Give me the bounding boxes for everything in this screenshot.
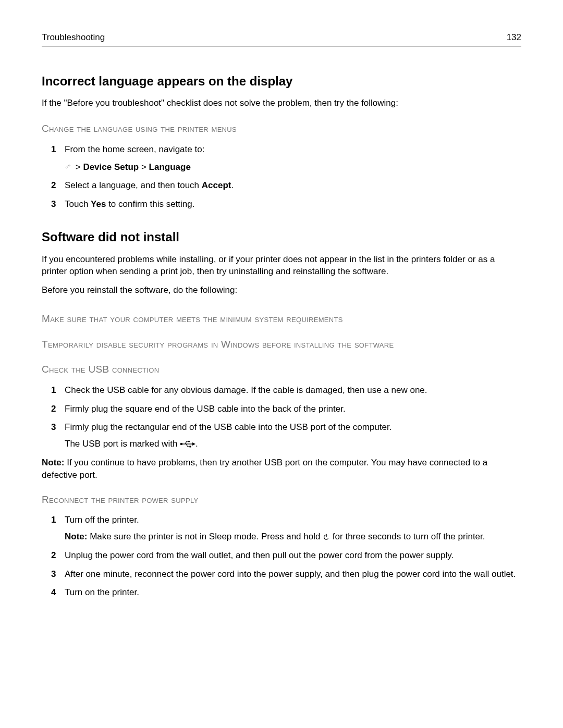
text-part: .: [195, 439, 198, 449]
step-number: 1: [51, 384, 56, 397]
note-usb: Note: If you continue to have problems, …: [42, 456, 521, 482]
step-3: 3 Firmly plug the rectangular end of the…: [51, 421, 521, 450]
step-number: 2: [51, 179, 56, 192]
step-number: 3: [51, 198, 56, 211]
text-part: Make sure the printer is not in Sleep mo…: [87, 532, 323, 541]
step-text: Firmly plug the square end of the USB ca…: [65, 404, 346, 414]
step-3: 3 Touch Yes to confirm this setting.: [51, 198, 521, 211]
svg-rect-4: [190, 446, 191, 448]
step-1: 1 Turn off the printer. Note: Make sure …: [51, 514, 521, 543]
step-3: 3 After one minute, reconnect the power …: [51, 568, 521, 581]
svg-point-0: [180, 443, 183, 446]
note-label: Note:: [42, 458, 64, 467]
subheading-min-requirements: Make sure that your computer meets the m…: [42, 312, 521, 326]
step-text: Firmly plug the rectangular end of the U…: [65, 422, 391, 432]
step-number: 3: [51, 568, 56, 581]
accept-label: Accept: [202, 180, 231, 190]
note-label: Note:: [65, 532, 87, 541]
step-text-part: Select a language, and then touch: [65, 180, 202, 190]
step-number: 2: [51, 403, 56, 415]
step-text-part: .: [231, 180, 234, 190]
step-text: Unplug the power cord from the wall outl…: [65, 550, 454, 560]
subheading-reconnect-power: Reconnect the printer power supply: [42, 493, 521, 507]
subheading-check-usb: Check the USB connection: [42, 363, 521, 377]
wrench-icon: [65, 162, 72, 169]
intro-text: If the "Before you troubleshoot" checkli…: [42, 97, 521, 109]
step-number: 3: [51, 421, 56, 434]
subheading-change-language: Change the language using the printer me…: [42, 122, 521, 136]
usb-icon: [180, 439, 195, 448]
heading-software-not-install: Software did not install: [42, 228, 521, 246]
nav-sep: >: [76, 162, 83, 172]
step-number: 1: [51, 514, 56, 526]
svg-point-3: [188, 441, 190, 442]
heading-incorrect-language: Incorrect language appears on the displa…: [42, 72, 521, 90]
page-header: Troubleshooting 132: [42, 31, 521, 46]
step-text: From the home screen, navigate to:: [65, 144, 204, 154]
steps-change-language: 1 From the home screen, navigate to: > D…: [51, 143, 521, 211]
navigation-path: > Device Setup > Language: [65, 161, 521, 174]
header-section: Troubleshooting: [42, 31, 105, 44]
power-icon: [323, 532, 330, 539]
intro-text: If you encountered problems while instal…: [42, 253, 521, 278]
step-2: 2 Firmly plug the square end of the USB …: [51, 403, 521, 415]
subheading-disable-security: Temporarily disable security programs in…: [42, 338, 521, 352]
steps-reconnect-power: 1 Turn off the printer. Note: Make sure …: [51, 514, 521, 599]
step-text-part: to confirm this setting.: [106, 199, 194, 209]
power-note: Note: Make sure the printer is not in Sl…: [65, 530, 521, 543]
step-4: 4 Turn on the printer.: [51, 586, 521, 599]
steps-check-usb: 1 Check the USB cable for any obvious da…: [51, 384, 521, 450]
step-number: 4: [51, 586, 56, 599]
step-number: 1: [51, 143, 56, 156]
note-text: If you continue to have problems, then t…: [42, 458, 487, 480]
step-text-part: Touch: [65, 199, 91, 209]
yes-label: Yes: [91, 199, 106, 209]
text-part: for three seconds to turn off the printe…: [330, 532, 485, 541]
usb-marked-line: The USB port is marked with .: [65, 438, 521, 450]
step-2: 2 Select a language, and then touch Acce…: [51, 179, 521, 192]
step-1: 1 From the home screen, navigate to: > D…: [51, 143, 521, 174]
nav-sep: >: [141, 162, 149, 172]
intro-text: Before you reinstall the software, do th…: [42, 284, 521, 297]
step-text: Check the USB cable for any obvious dama…: [65, 385, 427, 395]
step-text: After one minute, reconnect the power co…: [65, 569, 516, 579]
nav-device-setup: Device Setup: [83, 162, 139, 172]
step-2: 2 Unplug the power cord from the wall ou…: [51, 549, 521, 562]
nav-language: Language: [149, 162, 191, 172]
step-number: 2: [51, 549, 56, 562]
step-text: Turn on the printer.: [65, 587, 139, 597]
text-part: The USB port is marked with: [65, 439, 180, 449]
step-1: 1 Check the USB cable for any obvious da…: [51, 384, 521, 397]
step-text: Turn off the printer.: [65, 515, 139, 525]
header-page-number: 132: [507, 31, 521, 44]
